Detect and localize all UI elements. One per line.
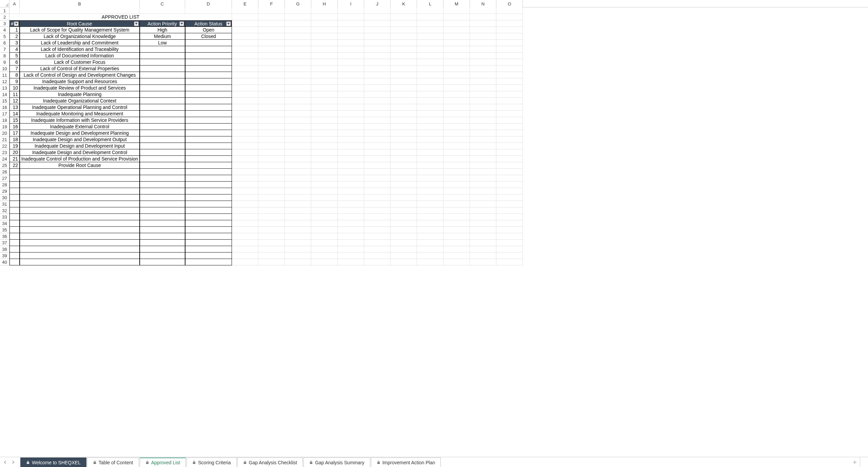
cell-O[interactable]: [496, 111, 523, 117]
cell-N[interactable]: [470, 188, 496, 194]
cell-root-cause[interactable]: [20, 253, 140, 259]
cell-num[interactable]: 10: [9, 85, 20, 91]
row-header-26[interactable]: 26: [0, 169, 9, 175]
cell[interactable]: [470, 7, 496, 14]
row-header-4[interactable]: 4: [0, 27, 9, 33]
cell-I[interactable]: [338, 66, 364, 72]
cell-N[interactable]: [470, 214, 496, 220]
cell-M[interactable]: [443, 220, 470, 227]
cell-J[interactable]: [364, 104, 391, 111]
cell-I[interactable]: [338, 169, 364, 175]
cell-K[interactable]: [391, 46, 417, 53]
cell-root-cause[interactable]: Inadequate Review of Product and Service…: [20, 85, 140, 91]
cell-N[interactable]: [470, 194, 496, 201]
cell-J[interactable]: [364, 220, 391, 227]
cell-G[interactable]: [285, 20, 311, 27]
cell-J[interactable]: [364, 188, 391, 194]
sheet-tab-approved-list[interactable]: Approved List: [140, 457, 186, 467]
column-header-K[interactable]: K: [391, 0, 417, 7]
cell-M[interactable]: [443, 98, 470, 104]
cell-action-status[interactable]: [185, 53, 232, 59]
cell-M[interactable]: [443, 207, 470, 214]
cell-J[interactable]: [364, 33, 391, 40]
cell-O[interactable]: [496, 14, 523, 20]
cell-E[interactable]: [232, 104, 258, 111]
cell[interactable]: [20, 7, 140, 14]
cell-M[interactable]: [443, 14, 470, 20]
cell-H[interactable]: [311, 194, 338, 201]
tab-next-button[interactable]: [11, 460, 16, 465]
cell-G[interactable]: [285, 214, 311, 220]
cell-action-priority[interactable]: [140, 156, 185, 162]
row-header-7[interactable]: 7: [0, 46, 9, 53]
cell-M[interactable]: [443, 169, 470, 175]
cell-O[interactable]: [496, 259, 523, 265]
cell-E[interactable]: [232, 233, 258, 240]
row-header-20[interactable]: 20: [0, 130, 9, 136]
cell-L[interactable]: [417, 214, 443, 220]
cell-action-priority[interactable]: [140, 246, 185, 253]
cell-F[interactable]: [258, 27, 285, 33]
cell-E[interactable]: [232, 111, 258, 117]
cell-K[interactable]: [391, 117, 417, 124]
row-header-9[interactable]: 9: [0, 59, 9, 66]
cell-J[interactable]: [364, 149, 391, 156]
cell-M[interactable]: [443, 124, 470, 130]
cell-J[interactable]: [364, 169, 391, 175]
cell-H[interactable]: [311, 27, 338, 33]
cell-num[interactable]: 19: [9, 143, 20, 149]
cell-L[interactable]: [417, 188, 443, 194]
cell[interactable]: [285, 7, 311, 14]
cell-K[interactable]: [391, 162, 417, 169]
row-header-19[interactable]: 19: [0, 124, 9, 130]
cell-K[interactable]: [391, 59, 417, 66]
cell-O[interactable]: [496, 98, 523, 104]
cell-G[interactable]: [285, 220, 311, 227]
cell-O[interactable]: [496, 124, 523, 130]
cell-N[interactable]: [470, 85, 496, 91]
cell-E[interactable]: [232, 246, 258, 253]
cell-action-priority[interactable]: [140, 66, 185, 72]
cell-E[interactable]: [232, 143, 258, 149]
cell-E[interactable]: [232, 162, 258, 169]
cell-M[interactable]: [443, 175, 470, 182]
cell-L[interactable]: [417, 117, 443, 124]
cell-F[interactable]: [258, 72, 285, 78]
cell-root-cause[interactable]: Lack of Identification and Traceability: [20, 46, 140, 53]
cell-action-priority[interactable]: [140, 188, 185, 194]
cell-F[interactable]: [258, 111, 285, 117]
cell-E[interactable]: [232, 14, 258, 20]
cell-I[interactable]: [338, 117, 364, 124]
cell-num[interactable]: 9: [9, 78, 20, 85]
cell-K[interactable]: [391, 175, 417, 182]
cell-H[interactable]: [311, 111, 338, 117]
cell-F[interactable]: [258, 259, 285, 265]
cell-M[interactable]: [443, 66, 470, 72]
cell-root-cause[interactable]: [20, 169, 140, 175]
row-header-10[interactable]: 10: [0, 66, 9, 72]
cell-E[interactable]: [232, 33, 258, 40]
cell-action-status[interactable]: [185, 207, 232, 214]
cell-I[interactable]: [338, 182, 364, 188]
cell-F[interactable]: [258, 78, 285, 85]
cell-G[interactable]: [285, 169, 311, 175]
cell-root-cause[interactable]: [20, 182, 140, 188]
cell-action-status[interactable]: [185, 233, 232, 240]
cell-F[interactable]: [258, 162, 285, 169]
cell-F[interactable]: [258, 227, 285, 233]
cell-M[interactable]: [443, 27, 470, 33]
cell-F[interactable]: [258, 40, 285, 46]
cell-O[interactable]: [496, 220, 523, 227]
cell-N[interactable]: [470, 246, 496, 253]
cell-action-status[interactable]: [185, 214, 232, 220]
cell-I[interactable]: [338, 162, 364, 169]
cell-root-cause[interactable]: [20, 194, 140, 201]
cell-F[interactable]: [258, 59, 285, 66]
cell-J[interactable]: [364, 46, 391, 53]
cell-root-cause[interactable]: [20, 227, 140, 233]
cell-J[interactable]: [364, 227, 391, 233]
cell-num[interactable]: [9, 259, 20, 265]
cell-E[interactable]: [232, 227, 258, 233]
cell-H[interactable]: [311, 188, 338, 194]
cell-G[interactable]: [285, 136, 311, 143]
